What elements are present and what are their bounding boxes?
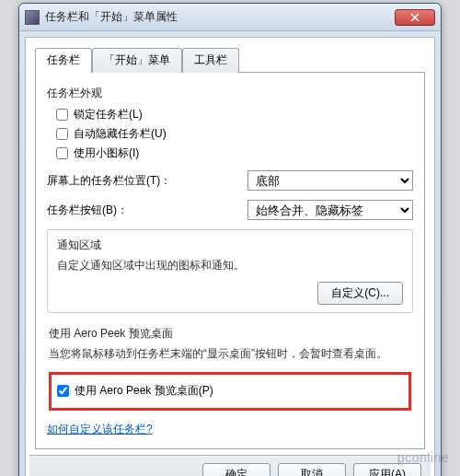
help-link[interactable]: 如何自定义该任务栏? <box>47 422 153 437</box>
customize-button[interactable]: 自定义(C)... <box>317 282 403 305</box>
autohide-checkbox[interactable] <box>56 128 68 140</box>
small-icons-label: 使用小图标(I) <box>74 145 139 161</box>
buttons-label: 任务栏按钮(B)： <box>47 203 247 218</box>
notify-desc: 自定义通知区域中出现的图标和通知。 <box>57 257 403 274</box>
tab-taskbar[interactable]: 任务栏 <box>35 48 92 73</box>
aero-peek-label: 使用 Aero Peek 预览桌面(P) <box>75 383 213 399</box>
aero-section: 使用 Aero Peek 预览桌面 当您将鼠标移动到任务栏末端的“显示桌面”按钮… <box>47 322 413 411</box>
lock-taskbar-checkbox[interactable] <box>56 109 68 121</box>
position-select[interactable]: 底部 左侧 右侧 顶部 <box>247 170 413 191</box>
titlebar[interactable]: 任务栏和「开始」菜单属性 <box>19 4 441 31</box>
dialog-content: 任务栏 「开始」菜单 工具栏 任务栏外观 锁定任务栏(L) 自动隐藏任务栏(U)… <box>25 37 435 476</box>
close-icon <box>410 13 420 22</box>
window-title: 任务栏和「开始」菜单属性 <box>45 9 395 25</box>
lock-taskbar-row: 锁定任务栏(L) <box>56 107 413 122</box>
tab-toolbars[interactable]: 工具栏 <box>182 48 239 73</box>
buttons-select[interactable]: 始终合并、隐藏标签 当任务栏被占满时合并 从不合并 <box>247 200 413 220</box>
aero-peek-checkbox[interactable] <box>57 385 69 397</box>
autohide-label: 自动隐藏任务栏(U) <box>74 126 167 142</box>
position-label: 屏幕上的任务栏位置(T)： <box>47 173 247 189</box>
tab-start-menu[interactable]: 「开始」菜单 <box>92 48 182 73</box>
notify-section: 通知区域 自定义通知区域中出现的图标和通知。 自定义(C)... <box>47 229 413 313</box>
app-icon <box>25 10 40 25</box>
button-bar: 确定 取消 应用(A) <box>29 455 431 476</box>
notify-title: 通知区域 <box>57 238 403 253</box>
autohide-row: 自动隐藏任务栏(U) <box>56 126 413 142</box>
aero-highlight: 使用 Aero Peek 预览桌面(P) <box>49 372 411 411</box>
lock-taskbar-label: 锁定任务栏(L) <box>74 107 143 122</box>
tab-row: 任务栏 「开始」菜单 工具栏 <box>29 41 431 72</box>
buttons-row: 任务栏按钮(B)： 始终合并、隐藏标签 当任务栏被占满时合并 从不合并 <box>47 200 413 220</box>
cancel-button[interactable]: 取消 <box>278 463 346 476</box>
position-row: 屏幕上的任务栏位置(T)： 底部 左侧 右侧 顶部 <box>47 170 413 191</box>
apply-button[interactable]: 应用(A) <box>353 463 421 476</box>
close-button[interactable] <box>395 9 435 26</box>
aero-title: 使用 Aero Peek 预览桌面 <box>49 326 411 342</box>
ok-button[interactable]: 确定 <box>202 463 270 476</box>
small-icons-checkbox[interactable] <box>56 147 68 159</box>
small-icons-row: 使用小图标(I) <box>56 145 413 161</box>
dialog-window: 任务栏和「开始」菜单属性 任务栏 「开始」菜单 工具栏 任务栏外观 锁定任务栏(… <box>18 3 442 476</box>
appearance-group-title: 任务栏外观 <box>47 86 413 101</box>
aero-desc: 当您将鼠标移动到任务栏末端的“显示桌面”按钮时，会暂时查看桌面。 <box>49 345 411 363</box>
tab-panel-taskbar: 任务栏外观 锁定任务栏(L) 自动隐藏任务栏(U) 使用小图标(I) 屏幕上的任… <box>35 72 425 449</box>
